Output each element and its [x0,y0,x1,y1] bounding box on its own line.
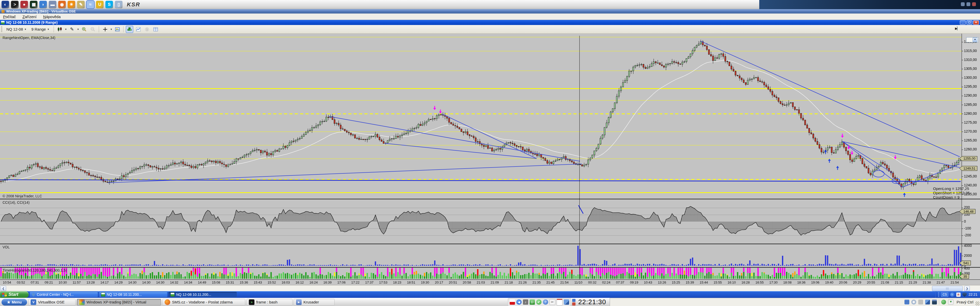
tray-arrow-icon[interactable]: ‹ [950,292,955,297]
draw-tools-button[interactable]: ✎ [68,26,76,33]
copyright-label: © 2008 NinjaTrader, LLC [3,194,42,198]
network-icon[interactable] [925,300,930,304]
chevron-down-icon[interactable]: ▼ [110,28,112,30]
tray-klipper-icon[interactable]: ✂ [549,299,555,305]
menu-pocitac[interactable]: Počítač [3,14,16,19]
firefox-icon[interactable]: ◉ [58,1,66,8]
time-tick-label: 20:17 [435,281,443,284]
tray-messenger-icon[interactable]: ? [543,300,548,305]
panel-dropdown[interactable]: ▼ [966,37,978,42]
session-buttons [572,299,576,306]
amarok-icon[interactable]: ☀ [68,1,75,8]
lock-icon[interactable] [572,299,576,302]
skype-icon[interactable]: S [105,1,113,8]
indicators-button[interactable] [135,26,142,33]
snapshot-button[interactable] [114,26,121,33]
time-tick-label: 21:26 [519,281,527,284]
menu-napoveda[interactable]: Nápověda [43,14,60,19]
account-button[interactable]: $ [143,26,151,33]
xp-system-tray: CS ‹ n 22:21 [936,291,980,298]
cd-icon[interactable] [912,300,916,304]
chart-canvas[interactable] [0,34,980,279]
xp-clock[interactable]: 22:21 [969,292,977,296]
virtualbox-title: Windows XP-trading [Běží] - VirtualBox O… [6,10,76,13]
close-icon[interactable]: ✕ [973,21,979,25]
host-task-button[interactable]: VVirtualBox OSE [28,299,76,306]
shared-folder-icon[interactable] [932,300,937,304]
time-tick-label: 14:49 [198,281,207,284]
time-tick-label: 07:31 [30,281,39,284]
interval-selector[interactable]: 9 Range ▼ [30,26,51,32]
minimize-icon[interactable]: _ [960,21,966,25]
xp-task-button[interactable]: Control Center - NQ-t... [30,292,98,297]
terminal-icon[interactable]: > [11,1,19,8]
window-button-icon[interactable] [961,2,965,6]
media-player-icon[interactable]: ● [21,1,28,8]
window-button-icon[interactable] [966,2,970,6]
time-tick-label: 16:03 [282,281,290,284]
menu-zarizeni[interactable]: Zařízení [22,14,37,19]
battery-icon[interactable]: ▯ [115,1,123,8]
host-task-button[interactable]: ►Krusader [294,299,334,306]
time-tick-label: 16:39 [323,281,332,284]
mouse-integration-icon[interactable] [941,300,946,304]
tray-desktop-pager-icon[interactable] [564,300,569,305]
time-tick-label: 20:58 [463,281,471,284]
maximize-icon[interactable]: ▢ [966,21,972,25]
floppy-icon[interactable] [918,300,923,304]
host-task-button[interactable]: >frame : bash [247,299,293,306]
web-browser-icon[interactable]: ◐ [2,1,9,8]
instrument-selector[interactable]: NQ 12-08 ▼ [5,26,28,32]
tray-czech-flag-icon[interactable] [510,300,515,305]
chart-trader-button[interactable] [126,26,133,33]
autoresize-icon[interactable]: ▼ [948,300,953,305]
tray-shield-icon[interactable] [963,292,967,297]
scroll-left-icon[interactable]: ❮ [0,286,6,291]
chevron-down-icon[interactable]: ▼ [77,28,80,30]
host-clock[interactable]: 22:21:30 [578,298,606,306]
hdd-icon[interactable] [904,300,909,304]
notes-icon[interactable]: ✎ [77,1,85,8]
time-tick-label: 17:30 [770,281,778,284]
data-grid-button[interactable] [152,26,159,33]
xp-task-button[interactable]: NQ 12-08 10.11.200... [169,292,237,297]
start-button[interactable]: Start [0,291,29,298]
window-close-icon[interactable] [972,2,976,6]
ninjatrader-titlebar[interactable]: NQ 12-08 10.11.2008 (9 Range) _ ▢ ✕ [0,20,980,25]
zoom-out-button[interactable] [89,26,97,33]
virtualbox-titlebar[interactable]: Windows XP-trading [Běží] - VirtualBox O… [0,9,980,14]
chevron-down-icon[interactable]: ▼ [65,28,67,30]
language-indicator[interactable]: CS [941,292,948,297]
tray-battery-icon[interactable]: D [530,300,535,305]
toolbar-separator [54,26,54,32]
disk-tool-icon[interactable]: ▬ [49,1,56,8]
time-tick-label: 18:23 [393,281,401,284]
xp-task-button[interactable]: NQ 12-08 10.11.200... [99,292,167,297]
system-monitor-icon[interactable]: ▦ [30,1,38,8]
tray-mixer-icon[interactable]: ♪ [523,300,528,305]
tray-update-icon[interactable]: ✔ [536,300,542,305]
time-tick-label: 21:18 [504,281,513,284]
chat-icon[interactable]: ◗ [39,1,47,8]
toolbar-grip[interactable] [1,26,2,32]
task-label: SMS.cz - Vodafone - Poslat zdarma [172,300,233,304]
tray-volume-icon[interactable]: ◀ [516,300,522,305]
tray-ninjatrader-icon[interactable]: n [956,292,961,297]
host-task-button[interactable]: SMS.cz - Vodafone - Poslat zdarma [162,299,245,306]
time-tick-label: 00:32 [588,281,597,284]
go-to-end-icon[interactable]: ▶▏ [955,27,959,30]
power-icon[interactable] [572,303,576,306]
crosshair-button[interactable] [101,26,109,33]
host-menu-button[interactable]: ★ Menu [2,299,27,306]
resize-grip[interactable] [975,301,980,306]
scrollbar-thumb[interactable] [932,286,963,291]
ninjatrader-toolbar: NQ 12-08 ▼ 9 Range ▼ ▼ ✎ ▼ ▼ [0,25,980,34]
chart-style-button[interactable] [56,26,64,33]
scroll-right-icon[interactable]: ❯ [964,286,970,291]
host-task-button[interactable]: Windows XP-trading [Běží] - Virtual [77,299,161,306]
utorrent-icon[interactable]: U [96,1,103,8]
zoom-in-button[interactable] [80,26,88,33]
tray-organizer-icon[interactable] [557,299,563,306]
task-label: NQ 12-08 10.11.200... [107,292,142,296]
oscilloscope-icon[interactable]: ≈ [86,1,94,8]
